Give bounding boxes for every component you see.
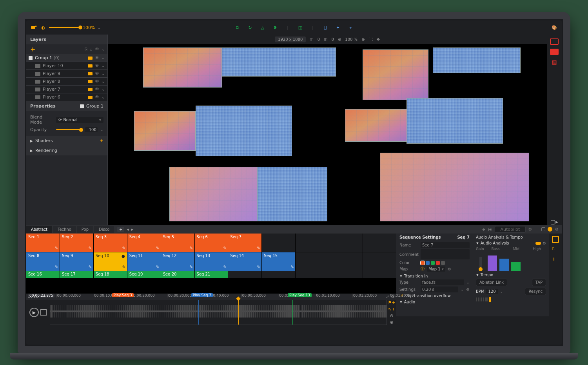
play-button[interactable]: ▶ xyxy=(29,308,39,317)
seq-cell[interactable]: Seq 20 xyxy=(161,271,194,278)
seq-cell-empty[interactable] xyxy=(363,234,396,252)
edit-icon[interactable]: ✎ xyxy=(257,246,260,251)
rotate-icon[interactable]: ↻ xyxy=(247,24,254,31)
color-tag[interactable] xyxy=(88,88,93,91)
fit-icon[interactable]: ⛶ xyxy=(369,37,373,42)
gear-icon[interactable]: ⚙ xyxy=(448,267,451,271)
color-tag[interactable] xyxy=(88,96,93,99)
edit-icon[interactable]: ✎ xyxy=(290,265,294,270)
edit-icon[interactable]: ✎ xyxy=(89,265,92,270)
output-icon[interactable] xyxy=(30,24,37,31)
ableton-link-button[interactable]: Ableton Link xyxy=(476,279,507,286)
pan-icon[interactable]: ✥ xyxy=(377,37,380,42)
preview-window-icon[interactable]: ▢▸ xyxy=(550,219,559,225)
edit-icon[interactable]: ✎ xyxy=(189,265,193,270)
zoom-in-icon[interactable]: ⊕ xyxy=(361,37,365,42)
add-shader-icon[interactable]: + xyxy=(100,138,103,143)
stepper-icon[interactable]: ⌄ xyxy=(466,280,470,285)
add-layer-button[interactable]: + xyxy=(29,46,37,53)
seq-cell-empty[interactable] xyxy=(296,271,329,278)
add-icon[interactable]: ＋ xyxy=(347,24,354,31)
edit-icon[interactable]: ✎ xyxy=(189,246,193,251)
expand-icon[interactable]: ⌄ xyxy=(102,87,105,92)
layer-row[interactable]: Player 10👁⌄ xyxy=(26,62,107,70)
stepper-icon[interactable]: ⌄ xyxy=(461,287,464,292)
sun-icon[interactable]: ◐ xyxy=(40,24,47,31)
visibility-icon[interactable]: 👁 xyxy=(95,79,99,84)
prev-icon[interactable]: ◂ xyxy=(127,227,129,232)
gear-icon[interactable]: ⚙ xyxy=(543,241,546,245)
blend-mode-select[interactable]: ⟳Normal▾ xyxy=(56,117,103,123)
bounds-y-icon[interactable]: ◫ xyxy=(324,37,327,42)
screen-outline-icon[interactable] xyxy=(550,38,559,45)
layer-row[interactable]: Player 8👁⌄ xyxy=(26,78,107,86)
stepper-icon[interactable]: ⌄ xyxy=(100,127,103,132)
screen-mask-icon[interactable]: ▧ xyxy=(550,59,559,65)
gear-icon[interactable]: ⚙ xyxy=(466,287,470,292)
seq-cell[interactable]: Seq 11✎ xyxy=(127,252,161,271)
zoom-out-icon[interactable]: ⊖ xyxy=(338,37,341,42)
palette-icon[interactable]: 🎨 xyxy=(551,24,558,31)
edit-icon[interactable]: ✎ xyxy=(156,265,159,270)
color-tag[interactable] xyxy=(88,57,93,60)
checkbox-icon[interactable] xyxy=(29,56,33,60)
seq-cell[interactable]: Seq 9✎ xyxy=(60,252,93,271)
seq-tab-pop[interactable]: Pop xyxy=(77,226,93,233)
seq-cell-active[interactable]: Seq 10●✎ xyxy=(94,252,127,271)
seq-cell[interactable]: Seq 13✎ xyxy=(195,252,228,271)
seq-cell[interactable]: Seq 17 xyxy=(60,271,93,278)
edit-icon[interactable]: ✎ xyxy=(55,246,58,251)
color-tag[interactable] xyxy=(88,72,93,75)
gain-knob-icon[interactable] xyxy=(479,267,483,271)
seq-cell[interactable]: Seq 1✎ xyxy=(26,234,60,252)
rec-dot-icon[interactable] xyxy=(548,227,552,232)
add-tab-button[interactable]: + xyxy=(117,227,124,232)
playhead[interactable] xyxy=(238,300,239,325)
edit-icon[interactable]: ✎ xyxy=(223,246,227,251)
seq-cell-empty[interactable] xyxy=(296,252,329,271)
layer-group-row[interactable]: Group 1 (0) 👁 ⌄ xyxy=(26,54,107,62)
seq-cell[interactable]: Seq 2✎ xyxy=(60,234,93,252)
expand-icon[interactable]: ⌄ xyxy=(102,63,105,68)
seq-cell[interactable]: Seq 7✎ xyxy=(228,234,261,252)
brightness-slider[interactable] xyxy=(49,27,80,28)
autopilot-button[interactable]: Autopilot xyxy=(495,226,526,233)
next-icon[interactable]: ▸ xyxy=(131,227,134,232)
screen-fill-icon[interactable] xyxy=(550,49,559,55)
zoom-out-icon[interactable]: ⊖ xyxy=(390,313,393,318)
seq-cell[interactable]: Seq 3✎ xyxy=(94,234,127,252)
triangle-icon[interactable]: △ xyxy=(259,24,266,31)
seq-cell-empty[interactable] xyxy=(296,234,329,252)
visibility-icon[interactable]: 👁 xyxy=(95,71,99,76)
grid-view-icon[interactable] xyxy=(552,236,559,243)
magnet-icon[interactable]: ⋃ xyxy=(322,24,329,31)
visibility-icon[interactable]: 👁 xyxy=(95,87,99,92)
crop-icon[interactable]: ⧉ xyxy=(234,24,241,31)
edit-icon[interactable]: ✎ xyxy=(89,246,92,251)
seq-tab-abstract[interactable]: Abstract xyxy=(26,226,52,233)
seq-cell[interactable]: Seq 12✎ xyxy=(161,252,194,271)
seq-cell-empty[interactable] xyxy=(329,234,363,252)
preview-canvas[interactable] xyxy=(108,44,547,225)
edit-icon[interactable]: ✎ xyxy=(55,265,58,270)
expand-icon[interactable]: ⌄ xyxy=(102,79,105,84)
expand-icon[interactable]: ⌄ xyxy=(102,95,105,100)
seq-cell-empty[interactable] xyxy=(262,234,295,252)
seq-cell-empty[interactable] xyxy=(329,252,363,271)
layer-filter-icon[interactable]: ⎘ xyxy=(85,47,87,52)
edit-icon[interactable]: ✎ xyxy=(223,265,227,270)
timeline-marker[interactable]: Play Seq 3 xyxy=(112,294,113,299)
mask-icon[interactable]: ◫ xyxy=(297,24,304,31)
name-input[interactable]: Seq 7 xyxy=(421,242,470,248)
seq-cell[interactable]: Seq 14✎ xyxy=(228,252,261,271)
mixer-icon[interactable]: ⎍ xyxy=(552,246,559,253)
layer-eye-icon[interactable]: 👁 xyxy=(95,47,99,52)
visibility-icon[interactable]: 👁 xyxy=(95,63,99,68)
audio-analysis-header[interactable]: Audio Analysis xyxy=(481,241,534,245)
seq-cell[interactable]: Seq 16 xyxy=(26,271,60,278)
seq-cell-empty[interactable] xyxy=(363,252,396,271)
settings-value[interactable]: 0,20 s xyxy=(421,287,458,292)
seq-cell-empty[interactable] xyxy=(363,271,396,278)
color-tag[interactable] xyxy=(88,80,93,83)
timeline-track[interactable] xyxy=(50,300,387,325)
